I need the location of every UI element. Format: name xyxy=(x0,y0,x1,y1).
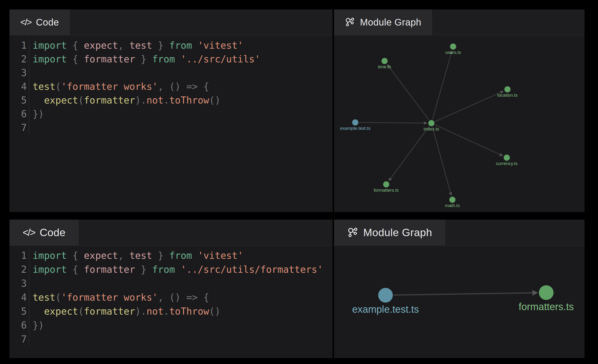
code-token: formatter xyxy=(84,306,135,317)
code-line: 6}) xyxy=(9,318,332,332)
code-token: ( xyxy=(55,292,61,303)
tab-module-graph[interactable]: Module Graph xyxy=(334,220,445,245)
module-graph-canvas[interactable]: users.tstime.tslocation.tsexample.test.t… xyxy=(334,35,584,212)
code-lines: 1import { expect, test } from 'vitest'2i… xyxy=(9,35,332,134)
code-token: from xyxy=(169,40,192,51)
code-token: import xyxy=(33,54,67,65)
line-number: 5 xyxy=(9,93,29,107)
module-graph-icon xyxy=(347,227,358,238)
code-line-text: import { formatter } from '../src/utils' xyxy=(29,52,260,66)
graph-node-formatters.ts[interactable] xyxy=(539,285,554,300)
code-token: test xyxy=(33,81,55,92)
code-line: 5 expect(formatter).not.toThrow() xyxy=(9,305,332,318)
tab-code-label: Code xyxy=(40,226,66,239)
code-token: , xyxy=(118,40,129,51)
code-token: { xyxy=(67,264,84,275)
code-token: 'formatter works' xyxy=(61,292,158,303)
line-number: 1 xyxy=(9,39,29,52)
graph-node-users.ts[interactable] xyxy=(450,43,456,50)
graph-edge xyxy=(432,127,451,195)
graph-node-index.ts[interactable] xyxy=(428,120,434,126)
code-token: } xyxy=(152,40,169,51)
graph-edge xyxy=(394,293,538,295)
tab-code[interactable]: </> Code xyxy=(9,220,79,245)
tab-module-graph-label: Module Graph xyxy=(363,226,432,239)
code-token: } xyxy=(152,250,169,261)
graph-node-label: location.ts xyxy=(497,93,518,98)
code-token: } xyxy=(135,54,152,65)
code-line-text: }) xyxy=(29,318,44,332)
graph-node-label: currency.ts xyxy=(496,161,518,166)
code-token: . xyxy=(164,95,169,106)
graph-node-time.ts[interactable] xyxy=(382,58,388,64)
code-line: 7 xyxy=(9,121,332,134)
graph-node-example.test.ts[interactable] xyxy=(378,288,393,303)
module-graph-canvas[interactable]: example.test.tsformatters.ts xyxy=(334,246,584,358)
tab-module-graph[interactable]: Module Graph xyxy=(334,9,432,35)
code-line: 3 xyxy=(9,66,332,80)
line-number: 3 xyxy=(9,66,29,80)
code-line-text: import { formatter } from '../src/utils/… xyxy=(29,263,323,277)
code-icon: </> xyxy=(23,227,35,238)
tab-module-graph-label: Module Graph xyxy=(360,17,421,28)
code-token: expect xyxy=(44,306,78,317)
code-line: 1import { expect, test } from 'vitest' xyxy=(9,39,332,52)
code-token: }) xyxy=(33,320,44,331)
code-line-text xyxy=(29,66,33,80)
code-token: from xyxy=(152,54,175,65)
code-editor[interactable]: 1import { expect, test } from 'vitest'2i… xyxy=(9,246,332,358)
code-line: 1import { expect, test } from 'vitest' xyxy=(9,249,332,263)
line-number: 7 xyxy=(9,332,29,346)
graph-edge xyxy=(435,125,503,156)
graph-edge xyxy=(435,91,503,122)
code-line: 2import { formatter } from '../src/utils… xyxy=(9,52,332,66)
code-token: , () => { xyxy=(158,81,209,92)
code-line-text: test('formatter works', () => { xyxy=(29,290,209,305)
graph-node-currency.ts[interactable] xyxy=(504,155,510,161)
code-token: 'vitest' xyxy=(198,250,243,261)
line-number: 7 xyxy=(9,121,29,134)
code-token: , () => { xyxy=(158,292,209,303)
code-line-text: expect(formatter).not.toThrow() xyxy=(29,93,221,107)
graph-node-label: formatters.ts xyxy=(374,188,399,193)
code-token: ). xyxy=(135,306,147,317)
code-token: expect xyxy=(44,95,78,106)
graph-node-location.ts[interactable] xyxy=(504,86,511,92)
code-line: 6}) xyxy=(9,107,332,121)
code-lines: 1import { expect, test } from 'vitest'2i… xyxy=(9,246,332,346)
code-token: . xyxy=(164,306,169,317)
graph-node-formatters.ts[interactable] xyxy=(383,181,389,187)
code-token xyxy=(192,250,198,261)
line-number: 5 xyxy=(9,305,29,318)
code-token xyxy=(33,306,44,317)
line-number: 1 xyxy=(9,249,29,263)
code-token: '../src/utils/formatters' xyxy=(181,264,323,275)
code-line-text xyxy=(29,121,33,134)
graph-edge xyxy=(359,123,427,123)
code-token: ( xyxy=(78,95,84,106)
tab-code[interactable]: </> Code xyxy=(9,9,70,35)
graph-node-example.test.ts[interactable] xyxy=(352,119,358,125)
code-line: 7 xyxy=(9,332,332,346)
vitest-ui-screenshot: </> Code 1import { expect, test } from '… xyxy=(0,0,598,364)
code-line-text: expect(formatter).not.toThrow() xyxy=(29,305,221,318)
code-line-text: }) xyxy=(29,107,44,121)
code-token: }) xyxy=(33,108,44,119)
code-line-text: import { expect, test } from 'vitest' xyxy=(29,249,243,263)
module-graph-icon xyxy=(345,17,355,27)
code-token: test xyxy=(129,250,152,261)
graph-edge xyxy=(432,51,452,119)
code-panel-bottom: </> Code 1import { expect, test } from '… xyxy=(9,220,332,358)
graph-node-math.ts[interactable] xyxy=(449,197,456,203)
graph-edge xyxy=(387,65,429,120)
code-token: toThrow xyxy=(169,95,209,106)
module-graph-svg: users.tstime.tslocation.tsexample.test.t… xyxy=(334,35,584,212)
code-editor[interactable]: 1import { expect, test } from 'vitest'2i… xyxy=(9,35,332,212)
code-line: 3 xyxy=(9,277,332,290)
code-token: ( xyxy=(78,306,84,317)
code-panel-header: </> Code xyxy=(9,220,332,246)
code-token: expect xyxy=(84,40,118,51)
code-token: '../src/utils' xyxy=(181,54,260,65)
code-token xyxy=(175,54,181,65)
graph-node-label: example.test.ts xyxy=(340,126,370,131)
